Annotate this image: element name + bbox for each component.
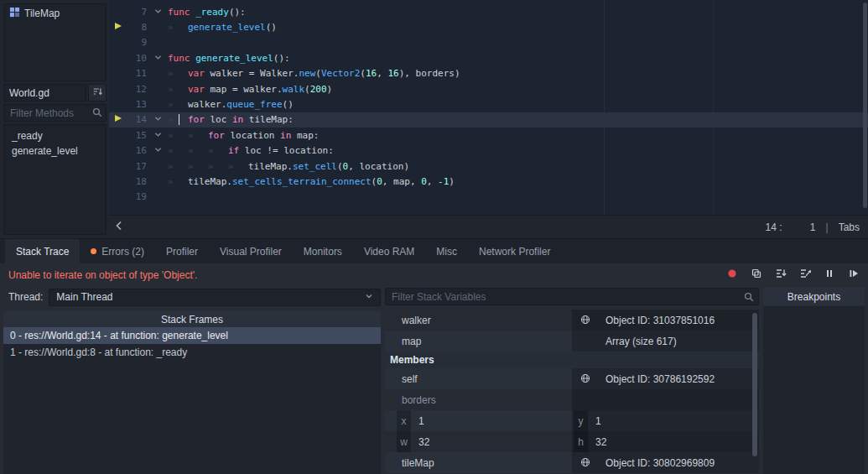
variable-row-map[interactable]: mapArray (size 617) (385, 331, 759, 352)
code-line-14[interactable]: 14»for loc in tileMap: (109, 112, 868, 128)
code-line-12[interactable]: 12»var map = walker.walk(200) (109, 81, 868, 96)
tilemap-icon (9, 7, 20, 20)
stack-frames-column: Thread: Main Thread Stack Frames 0 - res… (3, 288, 381, 474)
tab-video-ram[interactable]: Video RAM (353, 239, 425, 263)
script-item-tilemap[interactable]: TileMap (6, 6, 104, 21)
component-value: 32 (595, 436, 606, 448)
fold-gutter[interactable] (154, 53, 168, 64)
breakpoint-gutter[interactable] (109, 22, 127, 33)
variable-row-tileMap[interactable]: tileMapObject ID: 30802969809 (385, 452, 759, 473)
code-line-9[interactable]: 9 (109, 35, 868, 50)
tab-indent-marker: » (168, 22, 188, 33)
variables-section-header: Members (385, 352, 759, 368)
chevron-down-icon (365, 291, 373, 303)
code-line-13[interactable]: 13»walker.queue_free() (109, 96, 868, 112)
thread-dropdown[interactable]: Main Thread (49, 289, 381, 306)
line-number: 19 (127, 191, 154, 202)
line-number: 12 (127, 84, 154, 95)
code-line-17[interactable]: 17»»»»tileMap.set_cell(0, location) (109, 159, 868, 174)
fold-arrow-icon[interactable] (154, 7, 162, 18)
tab-profiler[interactable]: Profiler (155, 239, 209, 263)
tab-network-profiler[interactable]: Network Profiler (468, 239, 561, 263)
stack-frame-row[interactable]: 0 - res://World.gd:14 - at function: gen… (3, 327, 381, 344)
fold-arrow-icon[interactable] (154, 53, 162, 64)
tab-visual-profiler[interactable]: Visual Profiler (209, 239, 293, 263)
thread-row: Thread: Main Thread (3, 288, 381, 306)
caret-column: 1 (810, 221, 816, 233)
code-area[interactable]: 7func _ready():8»generate_level()910func… (109, 0, 868, 215)
breakpoints-column: Breakpoints (763, 288, 865, 474)
line-number: 8 (127, 22, 154, 33)
error-dot-icon (91, 248, 96, 254)
method-item-_ready[interactable]: _ready (4, 128, 106, 143)
fold-gutter[interactable] (154, 114, 168, 125)
component-value: 1 (595, 415, 601, 427)
variable-pair-row[interactable]: w32h32 (385, 431, 759, 452)
code-line-7[interactable]: 7func _ready(): (109, 4, 868, 19)
tab-monitors[interactable]: Monitors (293, 239, 353, 263)
object-icon[interactable] (580, 457, 590, 470)
code-line-16[interactable]: 16»»»if loc != location: (109, 143, 868, 159)
stack-frames-list: 0 - res://World.gd:14 - at function: gen… (3, 327, 381, 474)
tab-indent-marker: » (208, 161, 228, 172)
code-text: »walker.queue_free() (168, 99, 868, 110)
filter-variables-wrap (385, 288, 759, 306)
variable-value: Object ID: 30802969809 (572, 452, 759, 473)
editor-scrollbar[interactable] (863, 3, 867, 208)
step-into-button[interactable] (773, 268, 788, 283)
code-text: »var map = walker.walk(200) (168, 84, 868, 95)
caret-line: 14 (765, 221, 776, 233)
variable-row-walker[interactable]: walkerObject ID: 31037851016 (385, 310, 759, 331)
tab-stack-trace[interactable]: Stack Trace (5, 239, 80, 263)
line-number: 14 (127, 114, 154, 125)
fold-arrow-icon[interactable] (154, 130, 162, 141)
fold-arrow-icon[interactable] (154, 145, 162, 156)
sort-methods-button[interactable] (88, 84, 107, 102)
code-line-19[interactable]: 19 (109, 190, 868, 205)
step-over-icon (799, 268, 811, 282)
step-over-button[interactable] (798, 268, 813, 283)
current-script-name[interactable]: World.gd (3, 84, 86, 102)
fold-gutter[interactable] (154, 145, 168, 156)
component-value: 1 (418, 415, 424, 427)
debugger-panel: Unable to iterate on object of type 'Obj… (0, 263, 868, 474)
variable-row-self[interactable]: selfObject ID: 30786192592 (385, 368, 759, 389)
code-line-18[interactable]: 18»tileMap.set_cells_terrain_connect(0, … (109, 174, 868, 189)
fold-arrow-icon[interactable] (154, 114, 162, 125)
copy-error-button[interactable] (749, 268, 764, 283)
object-icon[interactable] (580, 373, 590, 386)
variable-row-borders[interactable]: borders (385, 389, 759, 410)
method-item-generate_level[interactable]: generate_level (4, 143, 106, 159)
fold-gutter[interactable] (154, 130, 168, 141)
filter-stack-variables-input[interactable] (385, 288, 759, 305)
line-number: 11 (127, 68, 154, 79)
caret-position: 14 : 1|Tabs (765, 221, 860, 233)
tab-misc[interactable]: Misc (425, 239, 468, 263)
sort-icon (92, 86, 102, 99)
tab-errors-2-[interactable]: Errors (2) (80, 239, 155, 263)
break-button[interactable] (822, 268, 837, 283)
fold-gutter[interactable] (154, 7, 168, 18)
code-line-8[interactable]: 8»generate_level() (109, 19, 868, 34)
breakpoint-gutter[interactable] (109, 114, 127, 125)
component-y: y1 (572, 410, 759, 431)
line-number: 9 (127, 37, 154, 48)
filter-methods-input[interactable] (3, 104, 107, 122)
continue-button[interactable] (846, 268, 861, 283)
stack-frame-row[interactable]: 1 - res://World.gd:8 - at function: _rea… (3, 344, 381, 361)
code-line-15[interactable]: 15»»for location in map: (109, 128, 868, 143)
tab-indent-marker: » (168, 68, 188, 79)
code-line-11[interactable]: 11»var walker = Walker.new(Vector2(16, 1… (109, 66, 868, 81)
variable-value-text: Object ID: 30802969809 (606, 457, 715, 469)
stack-variables-table: walkerObject ID: 31037851016mapArray (si… (385, 310, 759, 474)
variable-pair-row[interactable]: x1y1 (385, 410, 759, 431)
variable-name: tileMap (385, 452, 572, 473)
variables-scrollbar[interactable] (752, 313, 757, 469)
skip-breakpoints-button[interactable] (725, 268, 740, 283)
object-icon[interactable] (580, 315, 590, 327)
code-line-10[interactable]: 10func generate_level(): (109, 50, 868, 65)
script-editor-area: TileMap World.gd _readygenerate_level 7f… (0, 0, 868, 238)
tab-label: Stack Trace (16, 246, 69, 258)
collapse-scripts-panel-button[interactable] (114, 220, 124, 234)
line-number: 13 (127, 99, 154, 110)
